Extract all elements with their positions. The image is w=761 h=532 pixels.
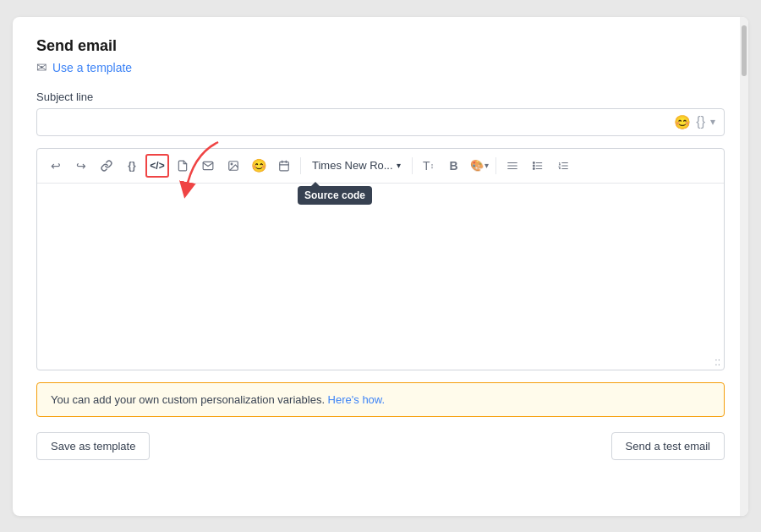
attach-button[interactable] — [171, 154, 194, 178]
emoji-button[interactable]: 😊 — [247, 154, 271, 178]
info-banner: You can add your own custom personalizat… — [36, 382, 725, 417]
save-template-button[interactable]: Save as template — [36, 432, 150, 460]
font-name: Times New Ro... — [312, 159, 393, 172]
bold-button[interactable]: B — [442, 154, 466, 178]
scrollbar-thumb — [742, 25, 747, 76]
page-title: Send email — [36, 37, 725, 55]
text-size-button[interactable]: T↕ — [417, 154, 441, 178]
subject-label: Subject line — [36, 90, 725, 103]
email-template-button[interactable] — [196, 154, 220, 178]
link-button[interactable] — [95, 154, 118, 178]
editor-container: ↩ ↪ {} </> Source code — [36, 148, 725, 370]
toolbar-separator-1 — [300, 157, 301, 174]
emoji-icon[interactable]: 😊 — [674, 114, 691, 130]
svg-point-14 — [533, 167, 534, 169]
subject-icons: 😊 {} ▾ — [674, 114, 715, 130]
calendar-button[interactable] — [272, 154, 296, 178]
font-chevron: ▾ — [397, 161, 401, 170]
scrollbar[interactable] — [740, 17, 748, 516]
svg-rect-2 — [280, 162, 289, 171]
heres-how-link[interactable]: Here's how. — [328, 393, 386, 406]
align-button[interactable] — [501, 154, 524, 178]
image-button[interactable] — [222, 154, 245, 178]
send-test-email-button[interactable]: Send a test email — [611, 432, 725, 460]
footer: Save as template Send a test email — [36, 432, 725, 460]
subject-input[interactable] — [46, 115, 674, 129]
send-email-panel: Send email ✉ Use a template Subject line… — [13, 17, 748, 516]
color-button[interactable]: 🎨▾ — [468, 154, 491, 178]
redo-button[interactable]: ↪ — [69, 154, 93, 178]
svg-point-13 — [533, 165, 534, 167]
toolbar-separator-2 — [412, 157, 413, 174]
editor-body[interactable] — [37, 184, 724, 370]
unordered-list-button[interactable] — [526, 154, 550, 178]
chevron-down-icon[interactable]: ▾ — [710, 116, 715, 128]
svg-point-12 — [533, 162, 534, 163]
use-template-link[interactable]: ✉ Use a template — [36, 60, 725, 75]
editor-toolbar: ↩ ↪ {} </> Source code — [37, 149, 724, 184]
undo-button[interactable]: ↩ — [44, 154, 68, 178]
info-banner-text: You can add your own custom personalizat… — [51, 393, 328, 406]
toolbar-separator-3 — [495, 157, 496, 174]
svg-point-1 — [231, 163, 233, 165]
use-template-label: Use a template — [52, 61, 132, 74]
subject-input-row: 😊 {} ▾ — [36, 108, 725, 136]
font-selector[interactable]: Times New Ro... ▾ — [305, 154, 408, 178]
source-code-button[interactable]: </> Source code — [145, 154, 169, 178]
ordered-list-button[interactable] — [551, 154, 575, 178]
resize-handle[interactable]: :: — [714, 356, 720, 368]
variable-button[interactable]: {} — [120, 154, 144, 178]
template-icon: ✉ — [36, 60, 47, 75]
variable-icon[interactable]: {} — [696, 114, 705, 129]
